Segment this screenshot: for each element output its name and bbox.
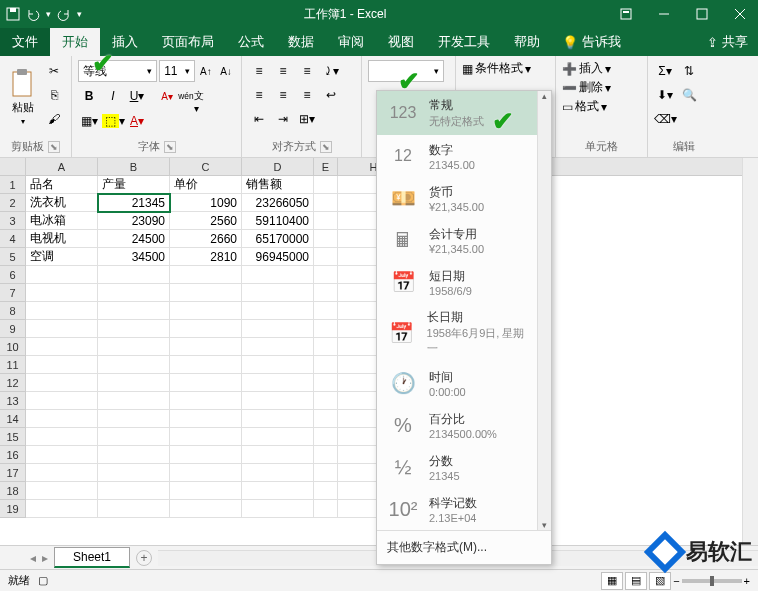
cell[interactable]	[314, 446, 338, 464]
maximize-button[interactable]	[684, 0, 720, 28]
cell[interactable]: 空调	[26, 248, 98, 266]
tab-formulas[interactable]: 公式	[226, 28, 276, 56]
page-layout-view-button[interactable]: ▤	[625, 572, 647, 590]
clipboard-launcher[interactable]: ⬊	[48, 141, 60, 153]
ribbon-options-icon[interactable]	[608, 0, 644, 28]
new-sheet-button[interactable]: +	[136, 550, 152, 566]
zoom-in-button[interactable]: +	[744, 575, 750, 587]
cell[interactable]: 23266050	[242, 194, 314, 212]
row-header[interactable]: 8	[0, 302, 26, 320]
row-header[interactable]: 18	[0, 482, 26, 500]
tab-nav-prev-icon[interactable]: ◂	[30, 551, 36, 565]
row-header[interactable]: 7	[0, 284, 26, 302]
format-option[interactable]: ½分数21345	[377, 446, 537, 488]
cell[interactable]: 1090	[170, 194, 242, 212]
sheet-tab[interactable]: Sheet1	[54, 547, 130, 568]
cell[interactable]	[242, 374, 314, 392]
cell[interactable]: 21345	[98, 194, 170, 212]
cell[interactable]	[26, 266, 98, 284]
row-header[interactable]: 6	[0, 266, 26, 284]
cell[interactable]	[314, 500, 338, 518]
cell[interactable]	[314, 176, 338, 194]
font-name-combo[interactable]: 等线▾	[78, 60, 157, 82]
cell[interactable]	[314, 230, 338, 248]
cell[interactable]	[314, 392, 338, 410]
cell[interactable]	[98, 482, 170, 500]
cell[interactable]	[242, 320, 314, 338]
decrease-indent-button[interactable]: ⇤	[248, 108, 270, 130]
cell[interactable]	[26, 446, 98, 464]
cell[interactable]	[314, 302, 338, 320]
cell[interactable]	[98, 302, 170, 320]
more-number-formats[interactable]: 其他数字格式(M)...	[377, 530, 551, 564]
zoom-slider[interactable]	[682, 579, 742, 583]
tab-data[interactable]: 数据	[276, 28, 326, 56]
format-option[interactable]: 12数字21345.00	[377, 135, 537, 177]
cell[interactable]	[314, 356, 338, 374]
normal-view-button[interactable]: ▦	[601, 572, 623, 590]
tab-dev[interactable]: 开发工具	[426, 28, 502, 56]
tab-review[interactable]: 审阅	[326, 28, 376, 56]
cell[interactable]: 2560	[170, 212, 242, 230]
merge-button[interactable]: ⊞▾	[296, 108, 318, 130]
cell[interactable]	[26, 428, 98, 446]
row-header[interactable]: 13	[0, 392, 26, 410]
cell[interactable]	[314, 464, 338, 482]
cell[interactable]	[26, 482, 98, 500]
align-middle-button[interactable]: ≡	[272, 60, 294, 82]
cell[interactable]: 34500	[98, 248, 170, 266]
cell[interactable]: 2810	[170, 248, 242, 266]
vertical-scrollbar[interactable]	[742, 158, 758, 545]
cell[interactable]	[242, 428, 314, 446]
row-header[interactable]: 11	[0, 356, 26, 374]
row-header[interactable]: 10	[0, 338, 26, 356]
cell[interactable]	[242, 284, 314, 302]
cell[interactable]	[170, 302, 242, 320]
underline-button[interactable]: U▾	[126, 85, 148, 107]
cell[interactable]	[170, 320, 242, 338]
cell[interactable]: 品名	[26, 176, 98, 194]
row-header[interactable]: 9	[0, 320, 26, 338]
cell[interactable]	[170, 266, 242, 284]
cell[interactable]	[242, 302, 314, 320]
cell[interactable]: 96945000	[242, 248, 314, 266]
zoom-out-button[interactable]: −	[673, 575, 679, 587]
wrap-text-button[interactable]: ↩	[320, 84, 342, 106]
col-header[interactable]: E	[314, 158, 338, 175]
decrease-font-button[interactable]: A↓	[217, 60, 235, 82]
cell[interactable]	[26, 356, 98, 374]
cell[interactable]	[314, 428, 338, 446]
select-all-corner[interactable]	[0, 158, 26, 175]
cell[interactable]	[98, 374, 170, 392]
cell[interactable]	[170, 446, 242, 464]
save-icon[interactable]	[6, 7, 20, 21]
clear-button[interactable]: ⌫▾	[654, 108, 676, 130]
tab-help[interactable]: 帮助	[502, 28, 552, 56]
cell[interactable]: 23090	[98, 212, 170, 230]
cell[interactable]: 电冰箱	[26, 212, 98, 230]
cell[interactable]	[314, 410, 338, 428]
cell[interactable]	[98, 356, 170, 374]
delete-cells-button[interactable]: ➖删除 ▾	[562, 79, 641, 96]
cell[interactable]	[242, 356, 314, 374]
dropdown-scrollbar[interactable]: ▴▾	[537, 91, 551, 530]
undo-icon[interactable]	[26, 7, 40, 21]
tab-file[interactable]: 文件	[0, 28, 50, 56]
tell-me[interactable]: 💡告诉我	[562, 33, 621, 51]
cell[interactable]	[26, 374, 98, 392]
row-header[interactable]: 1	[0, 176, 26, 194]
align-right-button[interactable]: ≡	[296, 84, 318, 106]
align-bottom-button[interactable]: ≡	[296, 60, 318, 82]
col-header[interactable]: D	[242, 158, 314, 175]
cut-button[interactable]: ✂	[43, 60, 65, 82]
cell[interactable]: 单价	[170, 176, 242, 194]
cell[interactable]: 65170000	[242, 230, 314, 248]
font-color-a-button[interactable]: A▾	[156, 85, 178, 107]
format-option[interactable]: 📅短日期1958/6/9	[377, 261, 537, 303]
cell[interactable]	[242, 464, 314, 482]
cell[interactable]	[314, 338, 338, 356]
format-option[interactable]: 10²科学记数2.13E+04	[377, 488, 537, 530]
cell[interactable]	[242, 338, 314, 356]
cell[interactable]	[170, 500, 242, 518]
cell[interactable]	[242, 392, 314, 410]
